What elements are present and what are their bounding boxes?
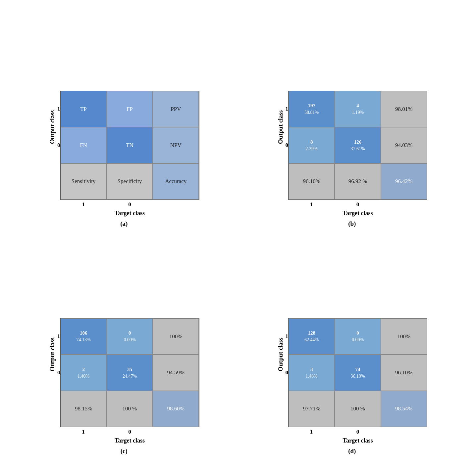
col-labels-a: 10 <box>60 201 199 208</box>
col-label-d-0: 0 <box>335 429 381 435</box>
matrix-c: 10674.13%00.00%100%21.40%3524.47%94.59%9… <box>60 318 199 427</box>
cell-a-0: TP <box>61 91 107 127</box>
main-grid: Output class10TPFPPPVFNTNNPVSensitivityS… <box>0 0 476 468</box>
panel-caption-c: (c) <box>121 447 128 455</box>
panel-b: Output class1019758.81%41.19%98.01%82.39… <box>248 13 456 227</box>
cell-b-7: 96.92 % <box>335 164 381 200</box>
cell-a-2: PPV <box>153 91 199 127</box>
cell-num-c-0: 106 <box>80 330 87 337</box>
cell-a-1: FP <box>107 91 153 127</box>
cell-c-5: 94.59% <box>153 354 199 391</box>
cell-pct-c-3: 1.40% <box>78 373 89 380</box>
row-num-d-1: 1 <box>286 318 289 354</box>
y-axis-label-a: Output class <box>49 91 56 164</box>
panel-d: Output class1012862.44%00.00%100%31.46%7… <box>248 241 456 455</box>
cell-num-b-0: 197 <box>308 102 315 109</box>
cell-c-3: 21.40% <box>61 354 107 391</box>
cell-d-3: 31.46% <box>289 354 335 391</box>
col-label-c-0: 0 <box>107 429 153 435</box>
cell-b-8: 96.42% <box>381 164 427 200</box>
col-label-c-1: 1 <box>60 429 107 435</box>
row-nums-c: 10 <box>57 318 60 427</box>
matrix-b: 19758.81%41.19%98.01%82.39%12637.61%94.0… <box>288 91 427 200</box>
cell-b-4: 12637.61% <box>335 127 381 163</box>
cell-b-1: 41.19% <box>335 91 381 127</box>
row-num-b-1: 1 <box>286 91 289 127</box>
cell-a-4: TN <box>107 127 153 163</box>
row-num-b-empty <box>286 164 289 200</box>
cell-num-d-0: 128 <box>308 330 315 337</box>
matrix-wrap-b: Output class1019758.81%41.19%98.01%82.39… <box>277 91 428 217</box>
row-num-d-empty <box>286 391 289 427</box>
cell-num-c-4: 35 <box>127 366 132 373</box>
col-label-b-0: 0 <box>335 201 381 208</box>
cell-c-6: 98.15% <box>61 391 107 427</box>
cell-pct-d-1: 0.00% <box>352 337 364 343</box>
cell-c-1: 00.00% <box>107 318 153 354</box>
cell-d-0: 12862.44% <box>289 318 335 354</box>
cell-d-5: 96.10% <box>381 354 427 391</box>
col-label-a-1: 1 <box>60 201 107 208</box>
cell-pct-c-0: 74.13% <box>77 337 91 343</box>
row-num-c-1: 1 <box>57 318 60 354</box>
panel-a: Output class10TPFPPPVFNTNNPVSensitivityS… <box>20 13 228 227</box>
matrix-wrap-c: Output class1010674.13%00.00%100%21.40%3… <box>49 318 199 444</box>
col-label-d-1: 1 <box>288 429 335 435</box>
cell-b-3: 82.39% <box>289 127 335 163</box>
cell-pct-b-1: 1.19% <box>352 109 364 116</box>
col-labels-c: 10 <box>60 429 199 435</box>
col-label-a-0: 0 <box>107 201 153 208</box>
cell-d-2: 100% <box>381 318 427 354</box>
cell-c-0: 10674.13% <box>61 318 107 354</box>
cell-b-0: 19758.81% <box>289 91 335 127</box>
cell-pct-b-3: 2.39% <box>306 146 318 152</box>
cell-c-2: 100% <box>153 318 199 354</box>
cell-pct-b-4: 37.61% <box>350 146 365 152</box>
y-axis-label-d: Output class <box>277 318 284 391</box>
cell-pct-b-0: 58.81% <box>304 109 319 116</box>
row-num-c-0: 0 <box>57 354 60 391</box>
cell-a-7: Specificity <box>107 164 153 200</box>
cell-c-7: 100 % <box>107 391 153 427</box>
matrix-wrap-a: Output class10TPFPPPVFNTNNPVSensitivityS… <box>49 91 199 217</box>
cell-a-8: Accuracy <box>153 164 199 200</box>
matrix-and-x-a: TPFPPPVFNTNNPVSensitivitySpecificityAccu… <box>60 91 199 217</box>
cell-c-4: 3524.47% <box>107 354 153 391</box>
row-num-a-0: 0 <box>57 127 60 164</box>
row-nums-b: 10 <box>286 91 289 200</box>
cell-num-d-4: 74 <box>355 366 360 373</box>
row-num-b-0: 0 <box>286 127 289 164</box>
cell-num-b-3: 8 <box>310 139 313 146</box>
cell-d-1: 00.00% <box>335 318 381 354</box>
panel-caption-a: (a) <box>120 220 128 227</box>
panel-caption-d: (d) <box>348 447 356 455</box>
cell-num-d-1: 0 <box>356 330 359 337</box>
row-num-a-empty <box>57 164 60 200</box>
matrix-a: TPFPPPVFNTNNPVSensitivitySpecificityAccu… <box>60 91 199 200</box>
cell-b-2: 98.01% <box>381 91 427 127</box>
row-nums-d: 10 <box>286 318 289 427</box>
cell-pct-c-1: 0.00% <box>124 337 135 343</box>
cell-pct-c-4: 24.47% <box>123 373 137 380</box>
row-num-d-0: 0 <box>286 354 289 391</box>
x-axis-label-b: Target class <box>343 210 373 217</box>
x-axis-label-c: Target class <box>115 437 145 444</box>
cell-num-d-3: 3 <box>310 366 313 373</box>
x-axis-label-a: Target class <box>115 210 145 217</box>
cell-d-4: 7436.10% <box>335 354 381 391</box>
matrix-and-x-c: 10674.13%00.00%100%21.40%3524.47%94.59%9… <box>60 318 199 444</box>
col-label-b-1: 1 <box>288 201 335 208</box>
cell-a-6: Sensitivity <box>61 164 107 200</box>
row-num-a-1: 1 <box>57 91 60 127</box>
cell-num-c-1: 0 <box>129 330 131 337</box>
row-nums-a: 10 <box>57 91 60 200</box>
cell-d-6: 97.71% <box>289 391 335 427</box>
col-labels-b: 10 <box>288 201 427 208</box>
cell-a-5: NPV <box>153 127 199 163</box>
cell-num-b-1: 4 <box>356 102 359 109</box>
cell-c-8: 98.60% <box>153 391 199 427</box>
cell-num-b-4: 126 <box>354 139 362 146</box>
panel-caption-b: (b) <box>348 220 356 227</box>
cell-pct-d-0: 62.44% <box>304 337 319 343</box>
matrix-and-x-d: 12862.44%00.00%100%31.46%7436.10%96.10%9… <box>288 318 427 444</box>
